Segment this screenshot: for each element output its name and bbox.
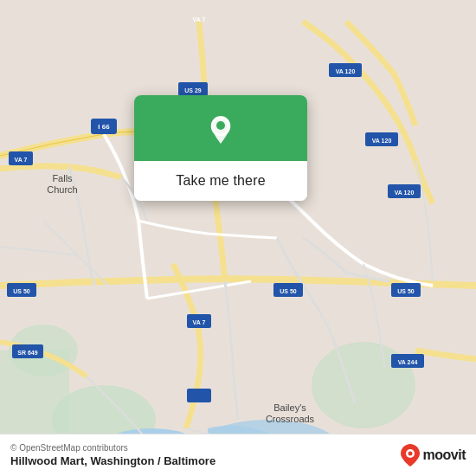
popup-green-area	[134, 95, 307, 161]
svg-text:VA 244: VA 244	[398, 359, 418, 365]
popup-card: Take me there	[134, 95, 307, 201]
svg-text:US 50: US 50	[13, 288, 30, 294]
bottom-bar: © OpenStreetMap contributors Hillwood Ma…	[0, 434, 476, 476]
svg-text:Bailey's: Bailey's	[273, 402, 306, 413]
svg-point-39	[216, 121, 225, 130]
svg-text:Falls: Falls	[52, 173, 73, 183]
svg-text:Church: Church	[47, 184, 77, 195]
svg-text:SR 649: SR 649	[17, 350, 37, 356]
moovit-logo: moovit	[401, 444, 466, 466]
map-background: I 66 VA 7 US 29 VA 120 VA 120 VA 120 US …	[0, 0, 476, 476]
svg-text:VA 120: VA 120	[372, 138, 392, 144]
svg-text:VA 7: VA 7	[193, 319, 206, 325]
map-pin-icon	[202, 111, 240, 149]
location-title: Hillwood Mart, Washington / Baltimore	[10, 454, 215, 467]
svg-text:Crossroads: Crossroads	[266, 414, 315, 424]
svg-text:VA 7: VA 7	[193, 16, 206, 23]
svg-text:VA 7: VA 7	[15, 157, 28, 163]
svg-text:VA 120: VA 120	[336, 68, 356, 74]
map-container: I 66 VA 7 US 29 VA 120 VA 120 VA 120 US …	[0, 0, 476, 476]
moovit-pin-icon	[401, 444, 420, 466]
svg-text:US 50: US 50	[280, 288, 297, 294]
svg-text:I 66: I 66	[98, 123, 110, 131]
svg-rect-29	[187, 389, 211, 402]
svg-text:US 29: US 29	[184, 87, 202, 93]
moovit-brand-text: moovit	[423, 447, 466, 463]
svg-text:VA 120: VA 120	[395, 190, 415, 196]
svg-text:US 50: US 50	[397, 288, 415, 294]
take-me-there-button[interactable]: Take me there	[134, 161, 307, 201]
svg-point-41	[408, 452, 412, 456]
osm-attribution: © OpenStreetMap contributors	[10, 443, 215, 453]
bottom-info: © OpenStreetMap contributors Hillwood Ma…	[10, 443, 215, 467]
